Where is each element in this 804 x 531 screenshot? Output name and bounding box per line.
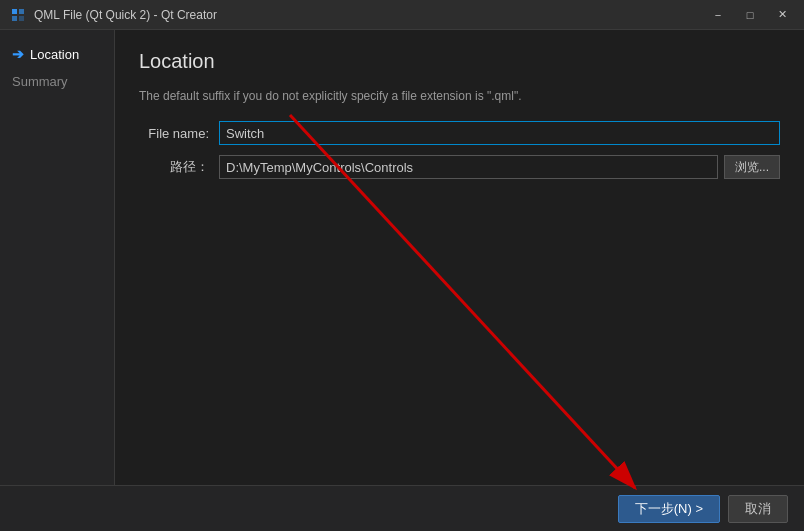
content-area: Location The default suffix if you do no… [115,30,804,531]
svg-rect-0 [12,9,17,14]
page-title: Location [139,50,780,73]
svg-rect-1 [19,9,24,14]
sidebar-item-label: Location [30,47,79,62]
sidebar: ➔ Location Summary [0,30,115,531]
sidebar-item-summary[interactable]: Summary [0,68,114,95]
path-label: 路径： [139,158,219,176]
description-text: The default suffix if you do not explici… [139,89,780,103]
title-bar-controls: − □ ✕ [704,5,796,25]
path-row: 路径： 浏览... [139,155,780,179]
svg-rect-3 [19,16,24,21]
window-title: QML File (Qt Quick 2) - Qt Creator [34,8,217,22]
path-input[interactable] [219,155,718,179]
next-button[interactable]: 下一步(N) > [618,495,720,523]
file-name-input[interactable] [219,121,780,145]
title-bar: QML File (Qt Quick 2) - Qt Creator − □ ✕ [0,0,804,30]
title-bar-left: QML File (Qt Quick 2) - Qt Creator [10,7,217,23]
file-name-label: File name: [139,126,219,141]
browse-button[interactable]: 浏览... [724,155,780,179]
footer: 下一步(N) > 取消 [0,485,804,531]
close-button[interactable]: ✕ [768,5,796,25]
maximize-button[interactable]: □ [736,5,764,25]
sidebar-item-location[interactable]: ➔ Location [0,40,114,68]
minimize-button[interactable]: − [704,5,732,25]
sidebar-item-label: Summary [12,74,68,89]
arrow-icon: ➔ [12,46,24,62]
cancel-button[interactable]: 取消 [728,495,788,523]
file-name-row: File name: [139,121,780,145]
app-icon [10,7,26,23]
svg-rect-2 [12,16,17,21]
main-container: ➔ Location Summary Location The default … [0,30,804,531]
